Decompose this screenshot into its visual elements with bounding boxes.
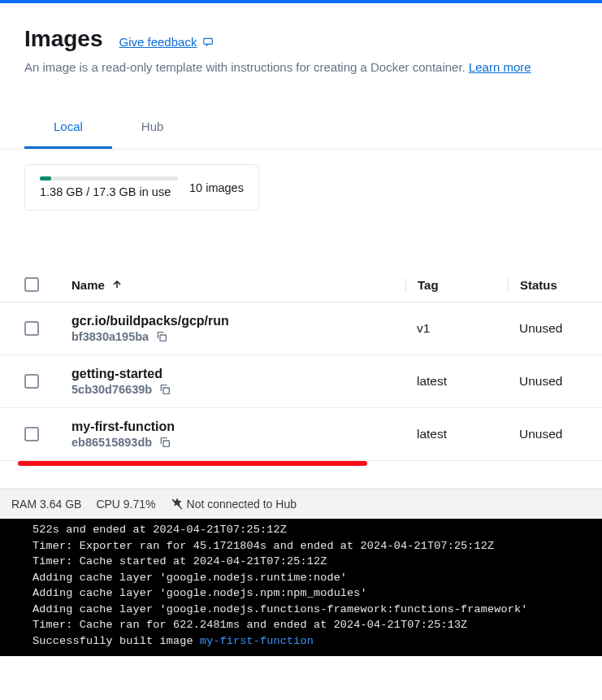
- storage-text: 1.38 GB / 17.3 GB in use: [40, 185, 178, 198]
- images-table: Name Tag Status gcr.io/buildpacks/gcp/ru…: [0, 267, 602, 461]
- terminal-line: Timer: Cache ran for 622.2481ms and ende…: [8, 617, 602, 633]
- terminal-line: Adding cache layer 'google.nodejs.functi…: [8, 602, 602, 618]
- copy-icon[interactable]: [158, 436, 171, 449]
- page-title: Images: [24, 26, 103, 52]
- table-header-row: Name Tag Status: [0, 267, 602, 302]
- column-header-status[interactable]: Status: [508, 278, 578, 292]
- terminal-line: Adding cache layer 'google.nodejs.runtim…: [8, 570, 602, 586]
- tabs-container: Local Hub: [0, 107, 602, 150]
- row-checkbox[interactable]: [24, 427, 39, 441]
- hub-status[interactable]: Not connected to Hub: [171, 498, 297, 511]
- storage-bar-fill: [40, 176, 51, 180]
- learn-more-link[interactable]: Learn more: [469, 60, 531, 74]
- image-hash: eb86515893db: [71, 436, 152, 449]
- give-feedback-link[interactable]: Give feedback: [119, 35, 215, 49]
- image-name: getting-started: [71, 367, 171, 381]
- row-checkbox[interactable]: [24, 374, 39, 389]
- terminal-line: Timer: Cache started at 2024-04-21T07:25…: [8, 554, 602, 570]
- page-subtitle: An image is a read-only template with in…: [24, 60, 578, 74]
- select-all-checkbox[interactable]: [24, 277, 39, 292]
- image-tag: v1: [405, 321, 508, 336]
- images-count: 10 images: [189, 181, 244, 194]
- disconnected-icon: [171, 498, 184, 511]
- image-hash: 5cb30d76639b: [71, 383, 152, 396]
- terminal-line: Successfully built image my-first-functi…: [8, 633, 602, 650]
- image-status: Unused: [508, 374, 578, 389]
- annotation-underline: [18, 461, 367, 466]
- terminal-line: Adding cache layer 'google.nodejs.npm:np…: [8, 585, 602, 602]
- table-row[interactable]: getting-started 5cb30d76639b latest Unus…: [0, 355, 602, 408]
- image-status: Unused: [508, 427, 578, 441]
- feedback-icon: [201, 37, 214, 48]
- storage-card: 1.38 GB / 17.3 GB in use 10 images: [24, 164, 259, 211]
- column-header-tag[interactable]: Tag: [405, 278, 508, 292]
- column-header-name[interactable]: Name: [71, 278, 405, 292]
- storage-bar: [40, 176, 178, 180]
- copy-icon[interactable]: [158, 383, 171, 396]
- terminal-line: 522s and ended at 2024-04-21T07:25:12Z: [8, 522, 602, 538]
- image-name: my-first-function: [71, 420, 175, 434]
- tab-local[interactable]: Local: [24, 107, 112, 149]
- image-tag: latest: [405, 374, 508, 389]
- terminal-line: Timer: Exporter ran for 45.1721804s and …: [8, 538, 602, 554]
- svg-rect-2: [163, 388, 169, 393]
- terminal-success-prefix: Successfully built image: [32, 635, 200, 647]
- ram-status[interactable]: RAM 3.64 GB: [11, 498, 81, 511]
- status-bar: RAM 3.64 GB CPU 9.71% Not connected to H…: [0, 489, 602, 519]
- table-row[interactable]: my-first-function eb86515893db latest Un…: [0, 408, 602, 461]
- header-name-label: Name: [71, 278, 105, 292]
- svg-rect-1: [160, 335, 166, 341]
- copy-icon[interactable]: [155, 330, 168, 343]
- terminal-output[interactable]: 522s and ended at 2024-04-21T07:25:12ZTi…: [0, 519, 602, 656]
- table-row[interactable]: gcr.io/buildpacks/gcp/run bf3830a195ba v…: [0, 302, 602, 355]
- cpu-status[interactable]: CPU 9.71%: [96, 498, 155, 511]
- page-header: Images Give feedback An image is a read-…: [0, 3, 602, 87]
- feedback-label: Give feedback: [119, 35, 197, 49]
- image-tag: latest: [405, 427, 508, 441]
- hub-status-label: Not connected to Hub: [187, 498, 297, 511]
- subtitle-text: An image is a read-only template with in…: [24, 60, 466, 74]
- sort-ascending-icon: [111, 279, 123, 290]
- terminal-highlight: my-first-function: [200, 635, 314, 647]
- tab-hub[interactable]: Hub: [112, 107, 193, 149]
- image-name: gcr.io/buildpacks/gcp/run: [71, 314, 229, 328]
- image-hash: bf3830a195ba: [71, 330, 149, 343]
- row-checkbox[interactable]: [24, 321, 39, 336]
- image-status: Unused: [508, 321, 578, 336]
- svg-rect-0: [204, 38, 213, 44]
- svg-rect-3: [163, 441, 169, 446]
